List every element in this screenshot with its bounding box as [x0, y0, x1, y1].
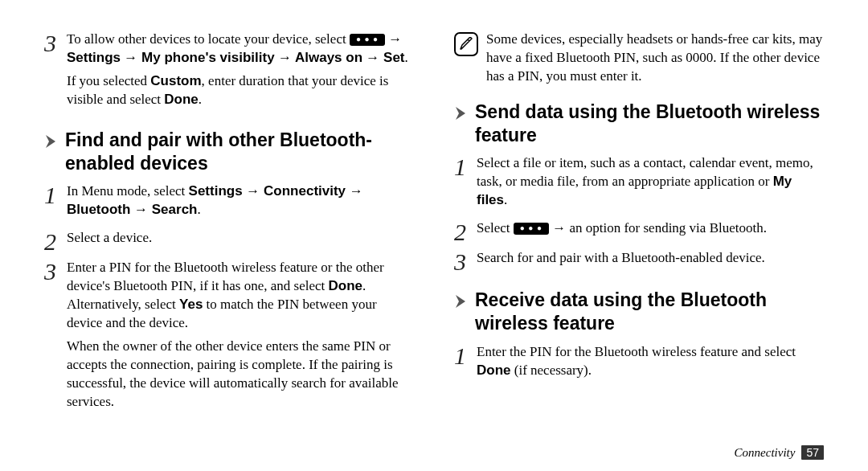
arrow: →	[243, 183, 264, 199]
step-number: 3	[454, 249, 477, 274]
step-body: In Menu mode, select Settings → Connecti…	[67, 182, 414, 224]
path-always-on: Always on	[295, 50, 362, 65]
left-column: 3 To allow other devices to locate your …	[44, 31, 414, 421]
section-find-pair: Find and pair with other Bluetooth-enabl…	[44, 129, 414, 175]
bold: Done	[164, 92, 199, 107]
bold: Bluetooth	[67, 202, 130, 217]
step-body: Enter a PIN for the Bluetooth wireless f…	[67, 259, 414, 416]
chevron-icon	[44, 129, 65, 149]
arrow: →	[130, 202, 151, 217]
step-2-select-device: 2 Select a device.	[44, 229, 414, 254]
svg-marker-1	[456, 107, 465, 120]
section-title: Receive data using the Bluetooth wireles…	[475, 289, 824, 335]
page-footer: Connectivity 57	[735, 445, 824, 460]
text: Search for and pair with a Bluetooth-ena…	[477, 249, 824, 268]
chevron-icon	[454, 100, 475, 121]
step-number: 3	[44, 31, 67, 114]
text: Select a file or item, such as a contact…	[477, 155, 813, 189]
note-box: Some devices, especially headsets or han…	[454, 31, 824, 86]
step-body: Enter the PIN for the Bluetooth wireless…	[477, 343, 824, 385]
chevron-icon	[454, 289, 475, 309]
svg-marker-2	[456, 295, 465, 308]
text: Select a device.	[67, 229, 414, 248]
text: → an option for sending via Bluetooth.	[552, 220, 767, 236]
two-column-layout: 3 To allow other devices to locate your …	[44, 31, 824, 421]
step-body: Select a file or item, such as a contact…	[477, 154, 824, 215]
svg-marker-0	[46, 135, 55, 148]
right-column: Some devices, especially headsets or han…	[454, 31, 824, 421]
send-step-1: 1 Select a file or item, such as a conta…	[454, 154, 824, 215]
step-body: Select a device.	[67, 229, 414, 254]
step-body: Select ● ● ● → an option for sending via…	[477, 219, 824, 244]
note-text: Some devices, especially headsets or han…	[486, 31, 824, 86]
menu-dots-icon: ● ● ●	[350, 34, 385, 46]
step-number: 2	[454, 219, 477, 244]
text: Enter the PIN for the Bluetooth wireless…	[477, 344, 796, 359]
menu-dots-icon: ● ● ●	[514, 223, 549, 235]
section-receive-data: Receive data using the Bluetooth wireles…	[454, 289, 824, 335]
text: In Menu mode, select	[67, 183, 189, 199]
path-arrow: →	[366, 50, 383, 65]
step-body: Search for and pair with a Bluetooth-ena…	[477, 249, 824, 274]
text: .	[199, 92, 202, 107]
bold: Connectivity	[264, 183, 346, 199]
page-number: 57	[801, 445, 824, 460]
path-arrow: →	[388, 31, 402, 47]
bold: Custom	[150, 73, 201, 88]
send-step-2: 2 Select ● ● ● → an option for sending v…	[454, 219, 824, 244]
bold: Done	[477, 362, 511, 378]
bold: Search	[152, 202, 198, 217]
section-title: Send data using the Bluetooth wireless f…	[475, 100, 824, 147]
text: (if necessary).	[511, 362, 592, 378]
text: When the owner of the other device enter…	[67, 338, 414, 412]
recv-step-1: 1 Enter the PIN for the Bluetooth wirele…	[454, 343, 824, 385]
text: .	[504, 192, 507, 207]
section-send-data: Send data using the Bluetooth wireless f…	[454, 100, 824, 147]
period: .	[405, 50, 408, 65]
path-set: Set	[383, 50, 404, 65]
step-body: To allow other devices to locate your de…	[67, 31, 414, 114]
step-3-enter-pin: 3 Enter a PIN for the Bluetooth wireless…	[44, 259, 414, 416]
text: Select	[477, 220, 514, 236]
step-number: 3	[44, 259, 67, 416]
step-1-menu: 1 In Menu mode, select Settings → Connec…	[44, 182, 414, 224]
path-arrow: →	[124, 50, 141, 65]
path-arrow: →	[278, 50, 295, 65]
path-visibility: My phone's visibility	[141, 50, 275, 65]
step-3-visibility: 3 To allow other devices to locate your …	[44, 31, 414, 114]
bold: Settings	[189, 183, 243, 199]
step-number: 1	[454, 343, 477, 385]
bold: Yes	[179, 297, 203, 312]
section-title: Find and pair with other Bluetooth-enabl…	[65, 129, 414, 175]
send-step-3: 3 Search for and pair with a Bluetooth-e…	[454, 249, 824, 274]
text: .	[197, 202, 200, 217]
step-number: 1	[44, 182, 67, 224]
text: If you selected	[67, 73, 150, 88]
path-settings: Settings	[67, 50, 121, 65]
text: To allow other devices to locate your de…	[67, 31, 350, 47]
bold: Done	[329, 278, 363, 293]
note-icon	[454, 32, 478, 56]
footer-section: Connectivity	[735, 446, 796, 460]
step-number: 2	[44, 229, 67, 254]
arrow: →	[346, 183, 363, 199]
step-number: 1	[454, 154, 477, 215]
